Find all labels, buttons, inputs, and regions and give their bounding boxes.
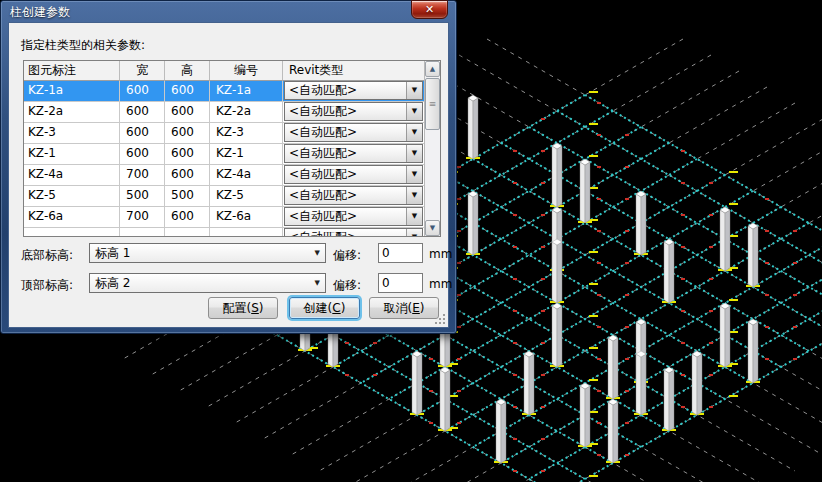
top-offset-label: 偏移: xyxy=(333,277,361,294)
close-icon: ✕ xyxy=(425,3,434,16)
chevron-down-icon[interactable]: ▼ xyxy=(406,82,422,99)
instruction-label: 指定柱类型的相关参数: xyxy=(21,37,145,54)
cell-revit-type: <自动匹配> ▼ xyxy=(283,81,424,101)
header-tag[interactable]: 图元标注 xyxy=(24,61,120,81)
cell-tag xyxy=(24,228,120,237)
cell-revit-type: <自动匹配> ▼ xyxy=(283,207,424,227)
cell-revit-type: <自动匹配> ▼ xyxy=(283,186,424,206)
scroll-up-button[interactable]: ▲ xyxy=(425,61,440,77)
cell-width: 700 xyxy=(120,165,165,185)
table-row[interactable]: KZ-1 600 600 KZ-1 <自动匹配> ▼ xyxy=(24,144,424,165)
cell-height: 600 xyxy=(165,102,210,122)
dialog-title: 柱创建参数 xyxy=(10,4,70,21)
cell-height: 600 xyxy=(165,165,210,185)
revit-type-combo[interactable]: <自动匹配> ▼ xyxy=(284,207,423,226)
header-width[interactable]: 宽 xyxy=(120,61,165,81)
table-row[interactable]: KZ-2a 600 600 KZ-2a <自动匹配> ▼ xyxy=(24,102,424,123)
revit-type-combo[interactable]: <自动匹配> ▼ xyxy=(284,186,423,205)
bottom-offset-unit: mm xyxy=(429,247,452,261)
scroll-up-icon: ▲ xyxy=(430,65,435,73)
combo-value: <自动匹配> xyxy=(289,104,357,118)
cell-width: 600 xyxy=(120,144,165,164)
button-label: 创建( xyxy=(304,301,333,315)
top-level-combo[interactable]: 标高 2 ▼ xyxy=(89,273,326,293)
cell-width: 700 xyxy=(120,207,165,227)
scroll-down-button[interactable]: ▼ xyxy=(425,220,440,236)
chevron-down-icon[interactable]: ▼ xyxy=(406,187,422,204)
table-row[interactable]: KZ-4a 700 600 KZ-4a <自动匹配> ▼ xyxy=(24,165,424,186)
header-height[interactable]: 高 xyxy=(165,61,210,81)
cell-width: 600 xyxy=(120,102,165,122)
header-revit-type[interactable]: Revit类型 xyxy=(283,61,424,81)
bottom-level-value: 标高 1 xyxy=(95,246,130,260)
revit-type-combo[interactable]: <自动匹配> ▼ xyxy=(284,102,423,121)
chevron-down-icon[interactable]: ▼ xyxy=(315,244,320,262)
cell-tag: KZ-1 xyxy=(24,144,120,164)
close-button[interactable]: ✕ xyxy=(411,0,448,19)
bottom-offset-input[interactable] xyxy=(378,243,423,263)
table-row[interactable]: KZ-3 600 600 KZ-3 <自动匹配> ▼ xyxy=(24,123,424,144)
chevron-down-icon[interactable]: ▼ xyxy=(406,208,422,225)
revit-type-combo[interactable]: <自动匹配> ▼ xyxy=(284,165,423,184)
cancel-button[interactable]: 取消(E) xyxy=(369,297,439,319)
combo-value: <自动匹配> xyxy=(289,146,357,160)
dialog-titlebar[interactable]: 柱创建参数 ✕ xyxy=(1,1,456,22)
bottom-level-combo[interactable]: 标高 1 ▼ xyxy=(89,243,326,263)
button-mnemonic: E xyxy=(412,301,420,315)
chevron-down-icon[interactable]: ▼ xyxy=(315,274,320,292)
cell-height xyxy=(165,228,210,237)
revit-type-combo[interactable]: <自动匹配> ▼ xyxy=(284,81,423,100)
table-row[interactable]: KZ-5 500 500 KZ-5 <自动匹配> ▼ xyxy=(24,186,424,207)
revit-type-combo[interactable]: <自动匹配> ▼ xyxy=(284,228,423,237)
cell-height: 600 xyxy=(165,144,210,164)
cell-tag: KZ-3 xyxy=(24,123,120,143)
table-scrollbar[interactable]: ▲ ≡ ▼ xyxy=(424,61,440,236)
cell-number: KZ-5 xyxy=(210,186,283,206)
cell-number: KZ-4a xyxy=(210,165,283,185)
table-row[interactable]: KZ-6a 700 600 KZ-6a <自动匹配> ▼ xyxy=(24,207,424,228)
cell-tag: KZ-2a xyxy=(24,102,120,122)
column-types-table: 图元标注 宽 高 编号 Revit类型 KZ-1a 600 600 KZ-1a … xyxy=(23,60,441,237)
chevron-down-icon[interactable]: ▼ xyxy=(406,145,422,162)
revit-type-combo[interactable]: <自动匹配> ▼ xyxy=(284,123,423,142)
combo-value: <自动匹配> xyxy=(289,230,357,237)
cell-number: KZ-1 xyxy=(210,144,283,164)
combo-value: <自动匹配> xyxy=(289,209,357,223)
revit-type-combo[interactable]: <自动匹配> ▼ xyxy=(284,144,423,163)
button-label: ) xyxy=(341,301,346,315)
resize-grip[interactable] xyxy=(443,322,445,324)
scrollbar-thumb[interactable]: ≡ xyxy=(425,78,440,130)
cell-number: KZ-2a xyxy=(210,102,283,122)
header-number[interactable]: 编号 xyxy=(210,61,283,81)
cell-height: 600 xyxy=(165,207,210,227)
combo-value: <自动匹配> xyxy=(289,125,357,139)
chevron-down-icon[interactable]: ▼ xyxy=(406,103,422,120)
configure-button[interactable]: 配置(S) xyxy=(208,297,278,319)
cell-revit-type: <自动匹配> ▼ xyxy=(283,123,424,143)
top-offset-input[interactable] xyxy=(378,273,423,293)
chevron-down-icon[interactable]: ▼ xyxy=(406,166,422,183)
cell-tag: KZ-1a xyxy=(24,81,120,101)
top-offset-unit: mm xyxy=(429,277,452,291)
cell-revit-type: <自动匹配> ▼ xyxy=(283,165,424,185)
dialog-client-area: 指定柱类型的相关参数: 图元标注 宽 高 编号 Revit类型 KZ-1a 60… xyxy=(8,22,449,328)
cell-width: 600 xyxy=(120,81,165,101)
button-label: 取消( xyxy=(384,301,413,315)
cell-height: 600 xyxy=(165,81,210,101)
cell-height: 500 xyxy=(165,186,210,206)
cell-tag: KZ-6a xyxy=(24,207,120,227)
combo-value: <自动匹配> xyxy=(289,83,357,97)
button-label: ) xyxy=(420,301,425,315)
table-row-partial[interactable]: <自动匹配> ▼ xyxy=(24,228,424,237)
table-row[interactable]: KZ-1a 600 600 KZ-1a <自动匹配> ▼ xyxy=(24,81,424,102)
create-button[interactable]: 创建(C) xyxy=(289,297,360,319)
column-create-params-dialog: 柱创建参数 ✕ 指定柱类型的相关参数: 图元标注 宽 高 编号 Revit类型 … xyxy=(0,0,457,334)
cell-width: 600 xyxy=(120,123,165,143)
chevron-down-icon[interactable]: ▼ xyxy=(406,229,422,237)
chevron-down-icon[interactable]: ▼ xyxy=(406,124,422,141)
cell-revit-type: <自动匹配> ▼ xyxy=(283,144,424,164)
button-label: 配置( xyxy=(223,301,252,315)
cell-height: 600 xyxy=(165,123,210,143)
combo-value: <自动匹配> xyxy=(289,188,357,202)
combo-value: <自动匹配> xyxy=(289,167,357,181)
